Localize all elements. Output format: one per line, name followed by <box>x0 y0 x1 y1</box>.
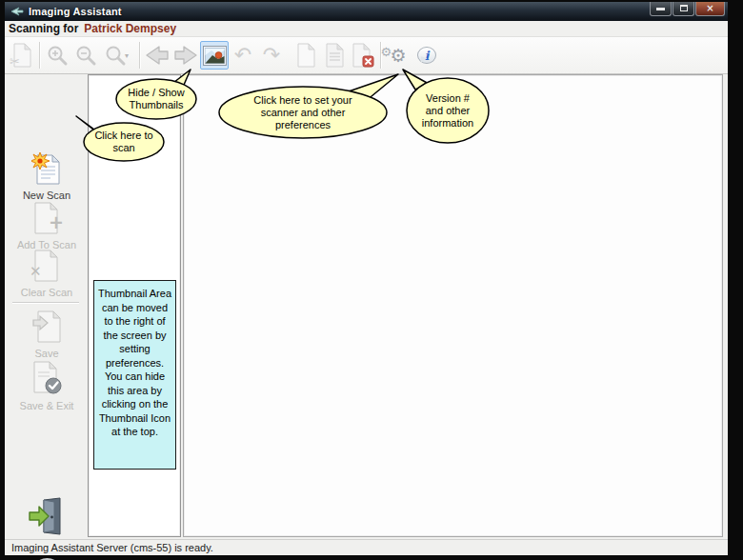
save-button[interactable]: Save <box>5 310 89 359</box>
scanning-for-label: Scanning for <box>9 22 78 35</box>
redo-button[interactable]: ↷ <box>257 41 286 70</box>
callout-version-info: Version # and other information <box>400 65 495 147</box>
new-scan-label: New Scan <box>5 190 89 201</box>
minimize-button[interactable] <box>650 2 672 16</box>
arrow-left-icon <box>145 44 170 67</box>
scissors-icon: ✂ <box>10 54 20 69</box>
maximize-button[interactable] <box>673 2 694 16</box>
zoom-level-icon <box>104 44 127 67</box>
minimize-icon <box>656 8 665 10</box>
clear-scan-icon: ✕ <box>31 250 62 282</box>
blank-page-icon <box>295 43 316 68</box>
sidebar-separator <box>12 302 79 303</box>
save-label: Save <box>5 348 89 359</box>
gears-icon: ⚙ ⚙ <box>390 47 406 65</box>
undo-icon: ↶ <box>234 45 251 66</box>
callout-text: Click here to scan <box>88 124 160 160</box>
clear-scan-button[interactable]: ✕ Clear Scan <box>5 250 89 298</box>
plus-icon: + <box>49 211 64 232</box>
exit-door-icon <box>28 497 66 535</box>
undo-button[interactable]: ↶ <box>229 41 257 70</box>
save-and-exit-icon <box>30 361 63 395</box>
title-bar: Imaging Assistant × <box>5 2 728 21</box>
window-title: Imaging Assistant <box>29 6 122 17</box>
save-and-exit-label: Save & Exit <box>5 400 89 411</box>
patient-name: Patrick Dempsey <box>84 22 176 35</box>
small-gear-icon: ⚙ <box>380 43 392 61</box>
maximize-icon <box>680 5 688 11</box>
new-page-button[interactable] <box>291 41 320 70</box>
toolbar-separator <box>39 42 40 69</box>
cut-scan-button[interactable]: ✂ <box>8 41 36 70</box>
callout-preferences: Click here to set your scanner and other… <box>215 70 406 141</box>
callout-text: Click here to set your scanner and other… <box>236 91 370 133</box>
app-icon <box>10 6 24 17</box>
copy-page-button[interactable] <box>320 41 349 70</box>
new-scan-icon <box>31 152 62 185</box>
delete-page-button[interactable] <box>349 41 377 70</box>
scanning-for-header: Scanning for Patrick Dempsey <box>5 21 728 37</box>
thumbnail-note: Thumbnail Area can be moved to the right… <box>93 280 176 470</box>
app-window: Imaging Assistant × Scanning for Patrick… <box>5 2 728 555</box>
x-icon: ✕ <box>30 263 42 280</box>
save-icon <box>31 310 62 343</box>
thumbnails-icon <box>203 46 227 66</box>
arrow-right-icon <box>173 44 198 67</box>
status-text: Imaging Assistant Server (cms-55) is rea… <box>5 542 213 553</box>
add-to-scan-icon: + <box>31 202 62 234</box>
page-icon <box>324 43 345 68</box>
close-button[interactable]: × <box>695 2 725 16</box>
save-and-exit-button[interactable]: Save & Exit <box>5 361 89 411</box>
callout-text: Version # and other information <box>417 88 478 133</box>
zoom-in-button[interactable] <box>43 41 71 70</box>
zoom-out-button[interactable] <box>71 41 100 70</box>
delete-page-icon <box>351 43 374 68</box>
callout-click-to-scan: Click here to scan <box>72 110 168 164</box>
zoom-in-icon <box>46 44 69 67</box>
zoom-dropdown-icon[interactable]: ▾ <box>125 51 132 60</box>
zoom-out-icon <box>74 44 97 67</box>
close-icon: × <box>706 3 713 13</box>
status-bar: Imaging Assistant Server (cms-55) is rea… <box>5 539 728 555</box>
clear-scan-label: Clear Scan <box>5 287 89 298</box>
info-icon: i <box>417 47 436 64</box>
add-to-scan-button[interactable]: + Add To Scan <box>5 202 89 250</box>
redo-icon: ↷ <box>263 45 280 66</box>
